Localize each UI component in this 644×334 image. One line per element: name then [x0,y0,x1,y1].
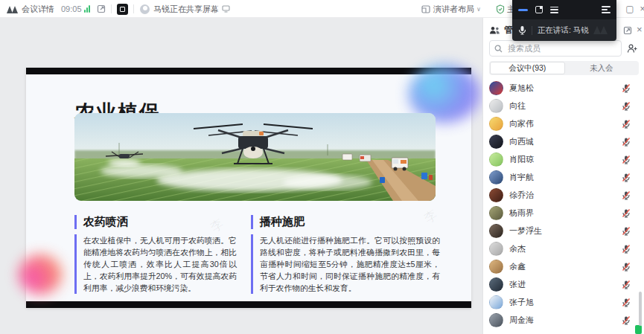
meeting-details-link[interactable]: 会议详情 [22,0,54,18]
people-icon [489,26,500,35]
participant-avatar [489,313,503,327]
participant-avatar [489,224,503,238]
recording-app-icon[interactable] [117,0,128,18]
participant-name: 夏旭松 [509,83,622,94]
participant-row[interactable]: 向家伟 [483,115,640,132]
add-member-icon[interactable] [627,43,637,57]
slide-top-bar [26,68,471,74]
participant-list: 夏旭松 向往 向家伟 [483,79,640,329]
participant-avatar [489,188,503,202]
popout-window-icon[interactable] [97,0,106,18]
divider [133,4,134,13]
sharer-status: 马锐正在共享屏幕 [140,0,230,18]
microphone-icon[interactable] [518,25,526,35]
tab-not-joined[interactable]: 未入会 [565,62,639,74]
participant-row[interactable]: 周金海 [483,311,640,329]
participant-row[interactable]: 肖阳琼 [483,150,640,168]
search-input[interactable] [506,43,603,54]
mic-muted-icon[interactable] [622,155,631,164]
mic-muted-icon[interactable] [622,119,631,129]
participant-row[interactable]: 余杰 [483,240,640,257]
mic-muted-icon[interactable] [622,315,631,325]
participant-row[interactable]: 夏旭松 [483,79,640,97]
mic-muted-icon[interactable] [622,208,631,218]
participant-avatar [489,295,503,309]
participant-avatar [489,81,503,95]
green-action-corner[interactable] [635,325,642,334]
chevron-down-icon: ∨ [476,6,481,13]
participants-panel: 管理成员 × 会议中(93) 未入会 夏旭松 [482,18,644,334]
maximize-button[interactable]: ▢ [624,3,636,15]
participant-avatar [489,277,503,292]
window-mode-icon[interactable] [535,6,543,13]
slide-section-seeding: 播种施肥 无人机还能进行播种施肥工作。它可以按照预设的路线和密度，将种子或肥料准… [251,215,440,294]
list-view-icon[interactable] [550,7,558,13]
layout-icon [421,5,430,13]
mic-muted-icon[interactable] [622,83,631,93]
participant-name: 徐乔治 [509,190,622,201]
participant-name: 张进 [509,279,622,290]
participant-row[interactable]: 肖宇航 [483,168,640,186]
close-window-button[interactable]: × [637,3,644,15]
participant-name: 杨雨界 [509,208,622,219]
slide-section-pesticide: 农药喷洒 在农业植保中，无人机可用于农药喷洒。它能精准地将农药均匀喷洒在农作物上… [74,215,237,294]
layout-switcher[interactable]: 演讲者布局 ∨ [421,0,481,18]
divider [111,4,112,13]
participant-name: 向家伟 [509,118,622,129]
floating-meeting-controls: 正在讲话: 马锐 [512,0,616,41]
float-toolbar [512,0,616,19]
active-speaker-label: 正在讲话: 马锐 [538,25,589,36]
mic-muted-icon[interactable] [622,280,631,289]
participant-row[interactable]: 一梦浮生 [483,222,640,240]
screen-share-icon [222,5,230,13]
participant-name: 余鑫 [509,261,622,272]
search-icon [494,45,503,53]
participant-name: 向往 [509,100,622,112]
mic-muted-icon[interactable] [622,298,631,307]
participant-avatar [489,206,503,220]
panel-scrollbar[interactable] [639,292,642,326]
app-logo-icon [6,0,19,18]
watermark-logo-icon [593,25,610,35]
network-signal-icon [84,0,90,18]
popout-panel-icon[interactable] [623,25,632,38]
mic-muted-icon[interactable] [622,226,631,236]
sharer-avatar [140,4,150,14]
mic-muted-icon[interactable] [622,190,631,200]
participant-avatar [489,152,503,167]
participant-avatar [489,117,503,131]
participant-row[interactable]: 张进 [483,275,640,293]
presentation-slide: 农业植保 [26,68,471,308]
divider [532,26,532,35]
participant-row[interactable]: 向西城 [483,132,640,150]
participant-avatar [489,170,503,184]
mic-muted-icon[interactable] [622,101,631,111]
collapse-sidebar-icon[interactable] [602,6,610,13]
meeting-window: 会议详情 09:05 马锐正在共享屏幕 演讲者布局 ∨ 主 ▢ × [0,0,644,334]
participant-name: 余杰 [509,243,622,254]
mic-muted-icon[interactable] [622,173,631,182]
mic-muted-icon[interactable] [622,244,631,254]
mic-muted-icon[interactable] [622,262,631,272]
shared-screen-stage: 农业植保 [0,18,482,334]
meeting-timer: 09:05 [61,0,82,18]
participant-row[interactable]: 杨雨界 [483,204,640,222]
participant-row[interactable]: 向往 [483,97,640,115]
participant-avatar [489,99,503,113]
participant-row[interactable]: 徐乔治 [483,186,640,204]
slide-photo-drone-field [74,113,436,201]
participant-avatar [489,242,503,256]
minimize-icon[interactable] [518,9,528,11]
section-heading: 农药喷洒 [74,215,237,229]
layout-label: 演讲者布局 [433,4,474,15]
section-heading: 播种施肥 [251,215,440,229]
tab-in-meeting[interactable]: 会议中(93) [490,62,565,74]
mic-muted-icon[interactable] [622,137,631,147]
participant-row[interactable]: 张子旭 [483,293,640,311]
search-box[interactable] [489,40,622,57]
close-panel-icon[interactable]: × [637,25,643,34]
participant-avatar [489,135,503,149]
active-speaker-bar: 正在讲话: 马锐 [512,19,616,41]
participant-row[interactable]: 余鑫 [483,257,640,275]
shield-check-icon [496,4,505,14]
